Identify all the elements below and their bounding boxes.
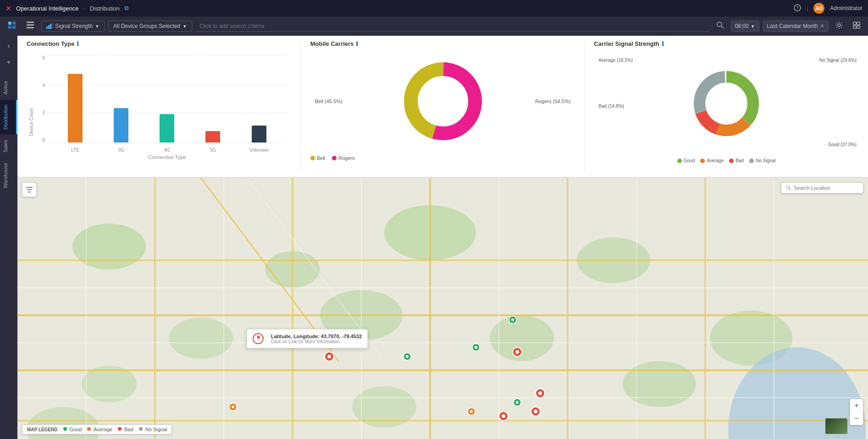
carrier-signal-title: Carrier Signal Strength ℹ — [594, 40, 859, 47]
map-search-input[interactable] — [794, 185, 858, 191]
svg-rect-5 — [12, 26, 16, 29]
map-background — [17, 178, 868, 439]
svg-point-27 — [72, 224, 146, 269]
grid-icon[interactable] — [850, 19, 863, 33]
sidebar-item-distribution[interactable]: Distribution — [0, 100, 17, 134]
sidebar-item-active[interactable]: Active — [0, 76, 17, 99]
sidebar-add-btn[interactable]: + — [1, 55, 16, 70]
legend-good: Good — [677, 158, 695, 163]
sidebar-nav: Active Distribution Sales Warehouse — [0, 76, 17, 192]
time-dropdown-arrow: ▼ — [751, 24, 755, 29]
svg-point-71 — [534, 410, 537, 413]
svg-point-77 — [515, 350, 519, 354]
avatar: AD — [813, 3, 824, 14]
calendar-tag: Last Calendar Month ✕ — [763, 21, 829, 32]
bar-4g[interactable] — [146, 114, 188, 143]
sidebar-expand-btn[interactable]: › — [1, 38, 16, 53]
bar-5g[interactable] — [192, 131, 234, 143]
carrier-donut-svg — [685, 62, 768, 145]
bar-lte[interactable] — [54, 74, 96, 143]
x-label-5g: 5G — [192, 148, 234, 153]
pin-red-4[interactable] — [536, 389, 545, 398]
view-icon-1[interactable] — [5, 19, 19, 34]
connection-type-info[interactable]: ℹ — [77, 40, 79, 47]
zoom-out-button[interactable]: − — [850, 412, 863, 425]
pin-green-3[interactable] — [514, 399, 521, 406]
pin-red-1[interactable] — [325, 352, 334, 361]
map-tooltip: 📍 Latitude, Longitude: 43.7070, -79.4532… — [247, 329, 368, 348]
x-label-3g: 3G — [100, 148, 142, 153]
pin-green-2[interactable] — [404, 353, 411, 360]
legend-no-signal-map: No Signal — [138, 427, 167, 432]
svg-rect-2 — [8, 22, 11, 25]
zoom-in-button[interactable]: + — [850, 399, 863, 412]
close-icon[interactable]: ✕ — [6, 4, 11, 13]
pin-red-5[interactable] — [513, 347, 522, 357]
search-area[interactable] — [196, 21, 710, 32]
settings-icon[interactable] — [832, 19, 846, 33]
svg-point-15 — [838, 24, 840, 27]
search-input[interactable] — [196, 21, 710, 31]
svg-rect-12 — [52, 23, 53, 29]
bar-3g[interactable] — [100, 108, 142, 143]
tooltip-title: Latitude, Longitude: 43.7070, -79.4532 — [271, 334, 362, 339]
device-groups-button[interactable]: All Device Groups Selected ▼ — [108, 21, 192, 32]
svg-point-81 — [232, 406, 234, 408]
bell-label: Bell (45.5%) — [315, 99, 343, 104]
x-label-4g: 4G — [146, 148, 188, 153]
section-title: Distribution — [90, 5, 120, 12]
y-axis-title: Device Count — [29, 109, 34, 136]
svg-rect-3 — [12, 22, 16, 25]
bar-unknown[interactable] — [238, 126, 280, 143]
sidebar-item-sales[interactable]: Sales — [0, 135, 17, 157]
help-icon[interactable]: ? — [794, 4, 801, 13]
signal-strength-button[interactable]: Signal Strength ▼ — [41, 21, 105, 32]
x-label-unknown: Unknown — [238, 148, 280, 153]
admin-label: Administrator — [830, 5, 862, 11]
svg-point-85 — [787, 186, 790, 189]
calendar-tag-close[interactable]: ✕ — [820, 23, 824, 29]
carrier-signal-info[interactable]: ℹ — [662, 40, 664, 47]
top-bar: ✕ Operational Intelligence - Distributio… — [0, 0, 868, 16]
search-button[interactable] — [713, 19, 727, 33]
mobile-carriers-info[interactable]: ℹ — [356, 40, 358, 47]
map-search-box[interactable] — [781, 182, 863, 193]
main-content: Connection Type ℹ 6 4 2 0 — [17, 36, 868, 439]
pin-red-2[interactable] — [531, 407, 540, 416]
view-icon-2[interactable] — [23, 19, 38, 34]
pin-orange-1[interactable] — [468, 408, 475, 415]
pin-orange-2[interactable] — [229, 403, 237, 411]
svg-rect-8 — [27, 27, 34, 28]
map-filter-button[interactable] — [22, 182, 37, 197]
svg-point-31 — [169, 318, 233, 359]
svg-rect-6 — [27, 22, 34, 23]
map-zoom-controls: + − — [850, 399, 863, 425]
y-label-0: 0 — [29, 137, 45, 143]
pin-green-4[interactable] — [472, 344, 480, 351]
separator: | — [807, 5, 808, 12]
time-selector[interactable]: 08:00 ▼ — [731, 21, 759, 32]
svg-point-63 — [406, 355, 409, 358]
good-label: Good (37.0%) — [828, 142, 857, 147]
link-icon[interactable]: ⧉ — [124, 5, 128, 12]
svg-line-14 — [721, 26, 724, 28]
sidebar: › + Active Distribution Sales Warehouse — [0, 36, 17, 439]
svg-rect-7 — [27, 24, 34, 26]
carrier-legend: Good Average Bad No Signal — [594, 158, 859, 163]
svg-point-75 — [538, 391, 542, 395]
pin-green-1[interactable] — [509, 316, 516, 324]
carrier-signal-chart: Carrier Signal Strength ℹ — [585, 40, 868, 172]
connection-type-title: Connection Type ℹ — [27, 40, 292, 47]
legend-bad: Bad — [729, 158, 744, 163]
legend-bell: Bell — [310, 155, 325, 161]
legend-good-map: Good — [62, 427, 82, 432]
svg-point-61 — [511, 318, 514, 321]
no-signal-label: No Signal (29.6%) — [819, 58, 857, 63]
sidebar-item-warehouse[interactable]: Warehouse — [0, 158, 17, 193]
mobile-donut-svg — [397, 55, 489, 147]
pin-red-3[interactable] — [499, 412, 508, 421]
map-area[interactable]: 📍 Latitude, Longitude: 43.7070, -79.4532… — [17, 178, 868, 439]
legend-rogers: Rogers — [332, 155, 354, 161]
map-satellite-thumbnail[interactable] — [825, 418, 848, 434]
svg-rect-11 — [50, 24, 51, 29]
